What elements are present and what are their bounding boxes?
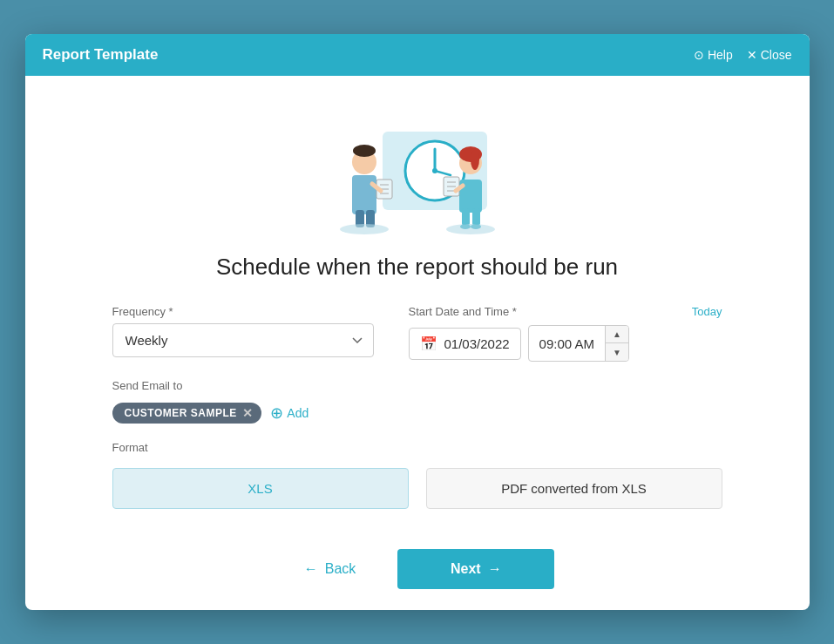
add-email-button[interactable]: ⊕ Add (270, 403, 309, 423)
form-area: Frequency * Weekly Daily Monthly Yearly … (112, 305, 722, 509)
datetime-inputs: 📅 01/03/2022 09:00 AM ▲ ▼ (409, 325, 722, 362)
datetime-header: Start Date and Time * Today (409, 305, 722, 320)
format-pdf-button[interactable]: PDF converted from XLS (426, 468, 722, 509)
format-group: Format XLS PDF converted from XLS (112, 441, 722, 509)
add-circle-icon: ⊕ (270, 403, 283, 423)
modal-footer: ← Back Next → (25, 535, 810, 610)
close-icon: ✕ (747, 48, 757, 62)
email-tag-name: CUSTOMER SAMPLE (125, 407, 237, 419)
report-template-modal: Report Template ⊙ Help ✕ Close (25, 34, 810, 610)
svg-rect-19 (462, 208, 470, 226)
back-button[interactable]: ← Back (280, 549, 381, 589)
send-email-label: Send Email to (112, 379, 722, 392)
today-link[interactable]: Today (692, 305, 722, 318)
modal-header: Report Template ⊙ Help ✕ Close (25, 34, 810, 76)
format-xls-button[interactable]: XLS (112, 468, 409, 509)
svg-point-28 (340, 224, 389, 234)
format-label: Format (112, 441, 722, 454)
datetime-group: Start Date and Time * Today 📅 01/03/2022… (409, 305, 722, 362)
svg-point-7 (353, 145, 376, 157)
frequency-select[interactable]: Weekly Daily Monthly Yearly (112, 323, 374, 357)
next-label: Next (451, 561, 481, 577)
close-button[interactable]: ✕ Close (747, 48, 792, 62)
svg-point-29 (446, 224, 495, 234)
frequency-group: Frequency * Weekly Daily Monthly Yearly (112, 305, 374, 357)
help-circle-icon: ⊙ (694, 48, 704, 62)
svg-point-18 (471, 149, 479, 170)
svg-rect-20 (472, 208, 480, 226)
time-decrement-button[interactable]: ▼ (606, 343, 628, 361)
tag-remove-button[interactable]: ✕ (242, 407, 254, 419)
back-label: Back (325, 561, 356, 577)
add-label: Add (287, 406, 309, 420)
format-buttons: XLS PDF converted from XLS (112, 468, 722, 509)
calendar-icon: 📅 (420, 336, 437, 352)
email-tags-row: CUSTOMER SAMPLE ✕ ⊕ Add (112, 403, 722, 424)
date-input[interactable]: 📅 01/03/2022 (409, 328, 521, 360)
page-heading: Schedule when the report should be run (216, 254, 618, 281)
modal-title: Report Template (43, 46, 159, 64)
time-input[interactable]: 09:00 AM ▲ ▼ (528, 325, 629, 362)
time-value: 09:00 AM (529, 329, 605, 358)
next-button[interactable]: Next → (397, 549, 554, 589)
date-value: 01/03/2022 (444, 336, 510, 351)
illustration (304, 97, 531, 236)
modal-body: Schedule when the report should be run F… (25, 76, 810, 535)
email-tag: CUSTOMER SAMPLE ✕ (112, 403, 262, 424)
email-group: Send Email to CUSTOMER SAMPLE ✕ ⊕ Add (112, 379, 722, 424)
svg-rect-5 (352, 175, 376, 214)
datetime-label: Start Date and Time * (409, 305, 517, 318)
back-arrow-icon: ← (304, 561, 318, 577)
help-button[interactable]: ⊙ Help (694, 48, 733, 62)
time-increment-button[interactable]: ▲ (606, 326, 628, 343)
next-arrow-icon: → (488, 561, 502, 577)
form-row-top: Frequency * Weekly Daily Monthly Yearly … (112, 305, 722, 362)
frequency-label: Frequency * (112, 305, 374, 318)
header-actions: ⊙ Help ✕ Close (694, 48, 792, 62)
time-spinners: ▲ ▼ (605, 326, 628, 361)
